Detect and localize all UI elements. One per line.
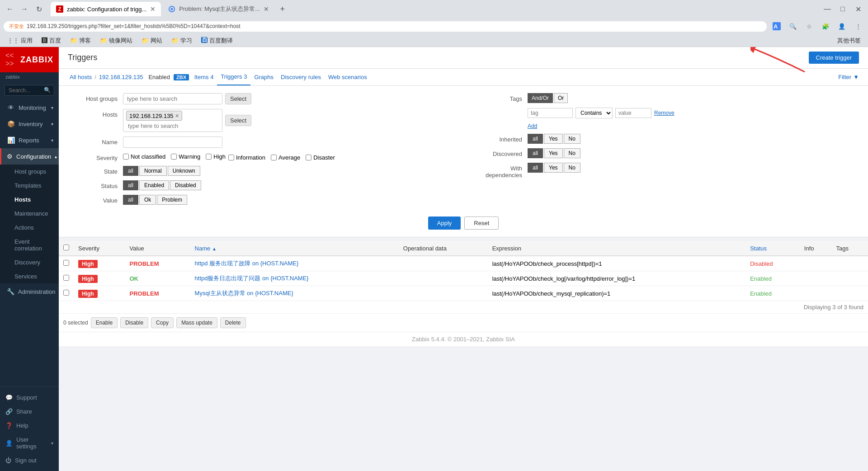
bookmark-website[interactable]: 📁 网站: [138, 36, 166, 46]
sub-nav-graphs[interactable]: Graphs: [250, 69, 277, 85]
severity-information[interactable]: Information: [228, 154, 265, 161]
inherited-yes-button[interactable]: Yes: [544, 134, 563, 144]
severity-not-classified[interactable]: Not classified: [123, 153, 165, 160]
severity-average-checkbox[interactable]: [271, 155, 277, 160]
create-trigger-button[interactable]: Create trigger: [809, 52, 859, 64]
sidebar-item-administration[interactable]: 🔧 Administration ▾: [0, 283, 59, 300]
sidebar-item-inventory[interactable]: 📦 Inventory ▾: [0, 116, 59, 132]
with-dep-all-button[interactable]: all: [528, 163, 543, 173]
row3-checkbox[interactable]: [63, 290, 69, 296]
discovered-all-button[interactable]: all: [528, 148, 543, 158]
row2-status[interactable]: Enabled: [750, 275, 772, 282]
state-unknown-button[interactable]: Unknown: [168, 166, 200, 176]
minimize-button[interactable]: —: [821, 3, 834, 15]
row2-checkbox[interactable]: [63, 275, 69, 281]
bookmark-blog[interactable]: 📁 博客: [66, 36, 94, 46]
address-bar[interactable]: 不安全 192.168.129.250/triggers.php?filter_…: [4, 21, 767, 32]
name-column-header[interactable]: Name ▲: [190, 241, 399, 256]
value-all-button[interactable]: all: [123, 195, 138, 205]
search-icon[interactable]: 🔍: [787, 20, 799, 33]
sidebar-help[interactable]: ❓ Help: [0, 419, 59, 433]
maximize-button[interactable]: □: [836, 3, 849, 15]
breadcrumb-all-hosts[interactable]: All hosts: [68, 69, 94, 85]
status-all-button[interactable]: all: [123, 180, 138, 190]
sidebar-item-configuration[interactable]: ⚙ Configuration ▴: [0, 148, 59, 165]
sidebar-item-hosts[interactable]: Hosts: [0, 193, 59, 207]
value-ok-button[interactable]: Ok: [139, 195, 156, 205]
tags-and-or-button[interactable]: And/Or: [528, 93, 553, 103]
row1-trigger-link[interactable]: httpd 服务出现了故障 on {HOST.NAME}: [195, 260, 299, 267]
tag-add-link[interactable]: Add: [528, 123, 537, 129]
tab-problem-close[interactable]: ✕: [264, 5, 269, 13]
tab-zabbix[interactable]: Z zabbix: Configuration of trigg... ✕: [51, 2, 161, 16]
sidebar-item-actions[interactable]: Actions: [0, 221, 59, 235]
tag-value-input[interactable]: [615, 108, 651, 118]
close-window-button[interactable]: ✕: [852, 3, 864, 15]
inherited-no-button[interactable]: No: [564, 134, 580, 144]
name-input[interactable]: [123, 137, 222, 148]
tag-remove-link[interactable]: Remove: [654, 110, 675, 116]
severity-high[interactable]: High: [206, 153, 226, 160]
back-button[interactable]: ←: [4, 3, 16, 15]
discovered-yes-button[interactable]: Yes: [544, 148, 563, 158]
menu-icon[interactable]: ⋮: [852, 20, 864, 33]
bookmark-other[interactable]: 其他书签: [834, 36, 864, 46]
tag-name-input[interactable]: [528, 108, 573, 118]
severity-disaster[interactable]: Disaster: [306, 154, 335, 161]
status-disabled-button[interactable]: Disabled: [170, 180, 201, 190]
state-normal-button[interactable]: Normal: [139, 166, 167, 176]
sidebar-logo[interactable]: << >> ZABBIX: [0, 47, 59, 72]
tags-or-button[interactable]: Or: [554, 93, 568, 103]
inherited-all-button[interactable]: all: [528, 134, 543, 144]
sub-nav-web-scenarios[interactable]: Web scenarios: [325, 69, 371, 85]
bookmark-mirror[interactable]: 📁 镜像网站: [96, 36, 136, 46]
sidebar-support[interactable]: 💬 Support: [0, 391, 59, 405]
with-dep-no-button[interactable]: No: [564, 163, 580, 173]
translate-icon[interactable]: A: [770, 20, 783, 33]
discovered-no-button[interactable]: No: [564, 148, 580, 158]
disable-button[interactable]: Disable: [120, 317, 148, 328]
host-groups-input[interactable]: [123, 93, 222, 104]
sidebar-item-discovery[interactable]: Discovery: [0, 255, 59, 269]
tab-problem[interactable]: Problem: Mysql主从状态异常... ✕: [163, 2, 274, 16]
row1-status[interactable]: Disabled: [750, 260, 773, 267]
profile-icon[interactable]: 👤: [835, 20, 848, 33]
severity-warning-checkbox[interactable]: [171, 154, 177, 160]
reset-button[interactable]: Reset: [464, 217, 499, 230]
sidebar-item-maintenance[interactable]: Maintenance: [0, 207, 59, 221]
tag-operator-select[interactable]: Contains: [576, 108, 613, 118]
refresh-button[interactable]: ↻: [33, 3, 45, 15]
sub-nav-triggers[interactable]: Triggers 3: [217, 69, 250, 85]
sidebar-sign-out[interactable]: ⏻ Sign out: [0, 453, 59, 467]
severity-information-checkbox[interactable]: [228, 155, 234, 160]
severity-high-checkbox[interactable]: [206, 154, 212, 160]
sidebar-user-settings[interactable]: 👤 User settings ▾: [0, 433, 59, 453]
severity-not-classified-checkbox[interactable]: [123, 154, 129, 160]
sidebar-item-reports[interactable]: 📊 Reports ▾: [0, 132, 59, 148]
severity-disaster-checkbox[interactable]: [306, 155, 311, 160]
host-tag-remove[interactable]: ×: [175, 112, 179, 119]
sidebar-item-host-groups[interactable]: Host groups: [0, 165, 59, 179]
breadcrumb-host[interactable]: 192.168.129.135: [97, 69, 145, 85]
bookmark-translate[interactable]: 百 百度翻译: [198, 36, 236, 46]
severity-warning[interactable]: Warning: [171, 153, 200, 160]
with-dep-yes-button[interactable]: Yes: [544, 163, 563, 173]
sidebar-item-monitoring[interactable]: 👁 Monitoring ▾: [0, 99, 59, 116]
mass-update-button[interactable]: Mass update: [176, 317, 217, 328]
enable-button[interactable]: Enable: [91, 317, 118, 328]
bookmark-apps[interactable]: ⋮⋮ 应用: [4, 36, 36, 46]
status-enabled-button[interactable]: Enabled: [139, 180, 169, 190]
row3-trigger-link[interactable]: Mysql主从状态异常 on {HOST.NAME}: [195, 290, 293, 297]
sub-nav-items-label[interactable]: Items 4: [191, 69, 217, 85]
host-groups-select-button[interactable]: Select: [225, 93, 251, 104]
row1-checkbox[interactable]: [63, 260, 69, 266]
bookmark-icon[interactable]: ☆: [803, 20, 816, 33]
select-all-checkbox[interactable]: [63, 245, 69, 250]
hosts-select-button[interactable]: Select: [225, 115, 251, 126]
row2-trigger-link[interactable]: httpd服务日志出现了问题 on {HOST.NAME}: [195, 275, 309, 282]
delete-button[interactable]: Delete: [220, 317, 246, 328]
new-tab-button[interactable]: +: [276, 3, 289, 15]
forward-button[interactable]: →: [18, 3, 31, 15]
sidebar-item-templates[interactable]: Templates: [0, 179, 59, 193]
sub-nav-discovery-rules[interactable]: Discovery rules: [277, 69, 325, 85]
